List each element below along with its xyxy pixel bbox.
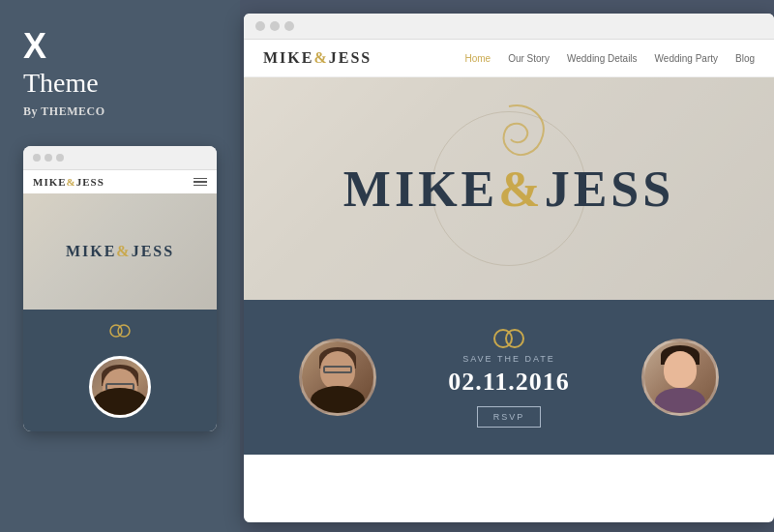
browser-dot-2 bbox=[45, 154, 52, 162]
x-logo: X bbox=[23, 29, 46, 64]
mobile-hero: MIKE&JESS bbox=[23, 193, 217, 310]
bride-avatar bbox=[641, 339, 719, 416]
theme-title: Theme bbox=[23, 68, 99, 99]
save-date-value: 02.11.2016 bbox=[448, 368, 570, 397]
mobile-nav-bar: MIKE&JESS bbox=[23, 170, 217, 193]
rings-icon-mobile bbox=[108, 323, 132, 339]
svg-point-1 bbox=[118, 325, 130, 337]
by-label: By THEMECO bbox=[23, 104, 104, 119]
desktop-dot-3 bbox=[284, 21, 294, 31]
nav-wedding-details[interactable]: Wedding Details bbox=[567, 53, 638, 64]
rsvp-button[interactable]: RSVP bbox=[477, 406, 542, 428]
desktop-hero: MIKE&JESS bbox=[244, 77, 774, 300]
mobile-preview-card: MIKE&JESS MIKE&JESS bbox=[23, 146, 217, 431]
mobile-hero-amp: & bbox=[116, 243, 131, 259]
desktop-hero-title: MIKE&JESS bbox=[343, 161, 674, 218]
groom-avatar-inner bbox=[302, 341, 373, 413]
desktop-dot-1 bbox=[255, 21, 265, 31]
rings-icon-desktop bbox=[491, 327, 526, 350]
mobile-browser-bar bbox=[23, 146, 217, 170]
mobile-avatar bbox=[89, 356, 151, 418]
desktop-browser-bar bbox=[244, 14, 774, 40]
avatar-body bbox=[93, 388, 147, 415]
nav-home[interactable]: Home bbox=[464, 53, 491, 64]
groom-glasses bbox=[323, 366, 352, 373]
mobile-logo-amp: & bbox=[67, 176, 76, 188]
company-name: THEMECO bbox=[41, 104, 104, 118]
svg-point-3 bbox=[506, 330, 523, 347]
hamburger-menu[interactable] bbox=[194, 178, 207, 187]
bride-avatar-inner bbox=[644, 341, 716, 413]
mobile-hero-title: MIKE&JESS bbox=[66, 243, 174, 260]
desktop-preview: MIKE&JESS Home Our Story Wedding Details… bbox=[244, 14, 774, 522]
sidebar: X Theme By THEMECO MIKE&JESS MIKE&JESS bbox=[0, 0, 240, 532]
groom-body bbox=[311, 386, 365, 413]
nav-our-story[interactable]: Our Story bbox=[508, 53, 550, 64]
nav-wedding-party[interactable]: Wedding Party bbox=[655, 53, 718, 64]
bride-head bbox=[664, 351, 697, 388]
save-date-center: SAVE THE DATE 02.11.2016 RSVP bbox=[448, 327, 570, 428]
desktop-dot-2 bbox=[270, 21, 280, 31]
desktop-nav-links: Home Our Story Wedding Details Wedding P… bbox=[464, 53, 755, 64]
mobile-avatar-inner bbox=[92, 359, 148, 415]
browser-dot-1 bbox=[33, 154, 41, 162]
save-the-date-label: SAVE THE DATE bbox=[448, 354, 570, 364]
nav-blog[interactable]: Blog bbox=[735, 53, 755, 64]
browser-dot-3 bbox=[56, 154, 64, 162]
mobile-logo: MIKE&JESS bbox=[33, 176, 104, 188]
desktop-logo: MIKE&JESS bbox=[263, 49, 372, 67]
mobile-save-section bbox=[23, 310, 217, 431]
desktop-save-section: SAVE THE DATE 02.11.2016 RSVP bbox=[244, 300, 774, 455]
desktop-hero-amp: & bbox=[498, 162, 544, 217]
groom-avatar bbox=[299, 339, 376, 416]
desktop-logo-amp: & bbox=[313, 49, 328, 66]
desktop-nav: MIKE&JESS Home Our Story Wedding Details… bbox=[244, 40, 774, 77]
bride-body bbox=[655, 388, 705, 413]
